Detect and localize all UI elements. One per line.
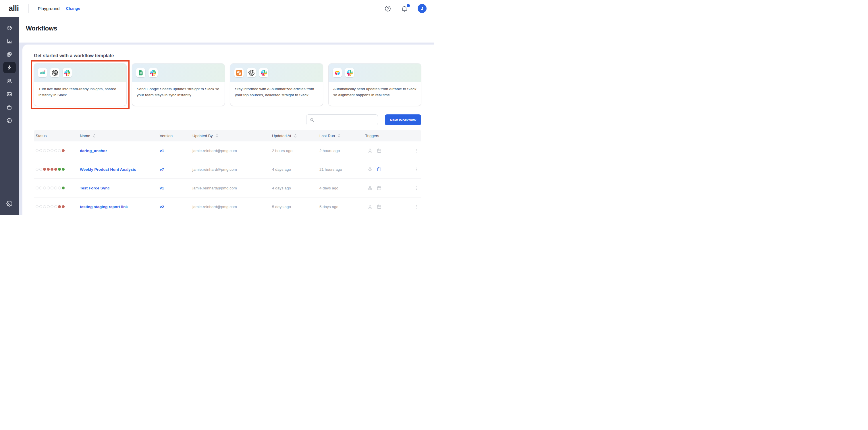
search-input[interactable] <box>306 114 378 125</box>
last-run: 21 hours ago <box>319 167 365 172</box>
app-window: alli Playground Change J Workflows Get s… <box>0 0 434 215</box>
slack-app-icon <box>63 68 72 77</box>
status-dot-empty <box>36 149 38 152</box>
table-row: Weekly Product Hunt Analysis v7 jamie.re… <box>34 160 421 179</box>
column-label: Name <box>80 134 90 138</box>
sidebar-item-explore[interactable] <box>3 115 16 126</box>
status-dot-green <box>62 187 65 190</box>
row-menu-button[interactable] <box>414 185 420 191</box>
status-dot-empty <box>54 187 57 190</box>
version-link[interactable]: v1 <box>160 186 164 190</box>
calendar-trigger-icon <box>377 148 382 153</box>
workflow-name-link[interactable]: Test Force Sync <box>80 186 110 190</box>
template-card-banner: alli <box>34 63 126 82</box>
sidebar-item-audiences[interactable] <box>3 75 16 87</box>
help-icon <box>384 5 392 12</box>
version-link[interactable]: v2 <box>160 205 164 209</box>
template-card-banner <box>329 63 421 82</box>
last-run: 2 hours ago <box>319 149 365 153</box>
updated-by: jamie.reinhard@pmg.com <box>192 205 272 209</box>
topbar: alli Playground Change J <box>0 0 434 17</box>
page-title: Workflows <box>26 25 57 32</box>
workflow-name-link[interactable]: Weekly Product Hunt Analysis <box>80 167 136 172</box>
users-icon <box>6 78 12 84</box>
clipboard-check-icon <box>6 52 12 57</box>
status-dot-red <box>62 149 65 152</box>
row-menu-button[interactable] <box>414 148 420 154</box>
alli-app-logo: alli <box>40 71 45 75</box>
status-dot-empty <box>36 205 38 208</box>
column-header-last-run[interactable]: Last Run <box>319 134 365 138</box>
template-card[interactable]: Automatically send updates from Airtable… <box>329 63 421 106</box>
calendar-trigger-icon <box>377 167 382 172</box>
column-header-updated-at[interactable]: Updated At <box>272 134 319 138</box>
template-card[interactable]: Stay informed with AI-summarized article… <box>230 63 323 106</box>
workflow-name-link[interactable]: daring_anchor <box>80 149 107 153</box>
updated-at: 5 days ago <box>272 205 319 209</box>
sidebar-item-workflows[interactable] <box>3 62 16 73</box>
workspace-name: Playground <box>38 6 60 11</box>
column-header-version: Version <box>160 134 192 138</box>
column-label: Last Run <box>319 134 335 138</box>
sidebar-item-tasks[interactable] <box>3 49 16 60</box>
template-card[interactable]: Send Google Sheets updates straight to S… <box>132 63 225 106</box>
slack-app-icon <box>149 68 158 77</box>
template-card[interactable]: alli Turn live data into team-ready insi… <box>34 63 126 106</box>
help-button[interactable] <box>384 5 392 13</box>
rss-app-icon <box>235 68 244 77</box>
version-link[interactable]: v1 <box>160 149 164 153</box>
avatar[interactable]: J <box>417 4 427 13</box>
status-dot-empty <box>51 149 54 152</box>
column-header-status: Status <box>34 134 80 138</box>
updated-by: jamie.reinhard@pmg.com <box>192 149 272 153</box>
sidebar-item-shopping[interactable] <box>3 102 16 113</box>
column-header-name[interactable]: Name <box>80 134 160 138</box>
bar-chart-icon <box>6 38 12 44</box>
template-cards: alli Turn live data into team-ready insi… <box>34 63 421 106</box>
topbar-actions: J <box>384 4 427 13</box>
row-menu-button[interactable] <box>414 204 420 210</box>
sidebar-item-dashboard[interactable] <box>3 22 16 34</box>
updated-at: 4 days ago <box>272 167 319 172</box>
status-dot-green <box>58 168 61 171</box>
column-label: Triggers <box>365 134 379 138</box>
sidebar-item-media[interactable] <box>3 88 16 100</box>
image-icon <box>6 91 12 97</box>
change-workspace-link[interactable]: Change <box>66 6 80 11</box>
status-dot-empty <box>39 187 42 190</box>
row-menu-button[interactable] <box>414 166 420 172</box>
status-dots <box>36 168 80 171</box>
status-dot-empty <box>43 149 46 152</box>
sidebar-item-settings[interactable] <box>3 198 16 209</box>
sort-icon[interactable] <box>93 134 96 138</box>
sort-icon[interactable] <box>294 134 297 138</box>
column-label: Updated At <box>272 134 291 138</box>
sort-icon[interactable] <box>338 134 341 138</box>
panel-wrap: Get started with a workflow template all… <box>19 42 434 215</box>
status-dot-empty <box>47 187 50 190</box>
webhook-trigger-icon <box>367 185 373 191</box>
lightning-icon <box>6 65 12 71</box>
status-dots <box>36 205 80 208</box>
sidebar-item-analytics[interactable] <box>3 35 16 47</box>
template-card-description: Send Google Sheets updates straight to S… <box>132 82 225 98</box>
status-dot-empty <box>39 168 42 171</box>
workflow-name-link[interactable]: testing staging report link <box>80 205 128 209</box>
notifications-button[interactable] <box>401 5 409 13</box>
alli-app-icon: alli <box>38 68 47 77</box>
table-row: Test Force Sync v1 jamie.reinhard@pmg.co… <box>34 179 421 198</box>
column-header-updated-by[interactable]: Updated By <box>192 134 272 138</box>
version-link[interactable]: v7 <box>160 167 164 172</box>
new-workflow-button[interactable]: New Workflow <box>385 114 421 125</box>
google-sheets-app-icon <box>136 68 145 77</box>
table-body: daring_anchor v1 jamie.reinhard@pmg.com … <box>34 141 421 215</box>
status-dot-green <box>62 168 65 171</box>
alli-logo[interactable]: alli <box>9 4 19 13</box>
status-dot-red <box>62 205 65 208</box>
templates-heading: Get started with a workflow template <box>34 53 421 58</box>
title-band: Workflows <box>19 17 434 42</box>
status-dot-empty <box>36 187 38 190</box>
column-header-triggers: Triggers <box>365 134 414 138</box>
sort-icon[interactable] <box>215 134 219 138</box>
template-card-banner <box>132 63 225 82</box>
